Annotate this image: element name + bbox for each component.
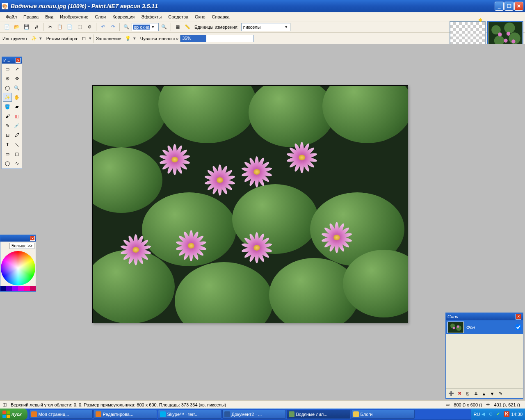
duplicate-layer-icon[interactable]: ⎘ bbox=[464, 390, 471, 397]
tools-titlebar[interactable]: И... ✕ bbox=[2, 57, 22, 64]
rect-tool[interactable]: ▭ bbox=[3, 149, 12, 158]
menu-справка[interactable]: Справка bbox=[209, 14, 233, 20]
layer-visible-checkbox[interactable] bbox=[516, 324, 521, 330]
eraser-tool[interactable]: ◧ bbox=[12, 112, 21, 121]
chevron-down-icon: ▾ bbox=[150, 24, 156, 30]
zoom-out-icon[interactable]: 🔍 bbox=[122, 23, 131, 32]
task-button[interactable]: Блоги bbox=[351, 410, 415, 419]
menu-изображение[interactable]: Изображение bbox=[57, 14, 91, 20]
freeform-tool[interactable]: ∿ bbox=[12, 159, 21, 168]
undo-icon[interactable]: ↶ bbox=[98, 23, 107, 32]
bucket-tool[interactable]: 🪣 bbox=[3, 102, 12, 111]
start-button[interactable]: пуск bbox=[0, 409, 27, 420]
tolerance-slider[interactable]: 35% bbox=[180, 35, 254, 42]
layers-close-icon[interactable]: ✕ bbox=[516, 314, 521, 320]
rounded-rect-tool[interactable]: ▢ bbox=[12, 149, 21, 158]
merge-down-icon[interactable]: ⇊ bbox=[472, 390, 479, 397]
ellipse-tool[interactable]: ◯ bbox=[3, 159, 12, 168]
menu-окно[interactable]: Окно bbox=[192, 14, 209, 20]
crop-icon[interactable]: ⬚ bbox=[75, 23, 84, 32]
selection-mode-icon[interactable]: ◻ bbox=[79, 34, 88, 43]
print-icon[interactable]: 🖨 bbox=[32, 23, 41, 32]
colors-palette[interactable]: ✕ Больше >> bbox=[0, 235, 36, 292]
clone-tool[interactable]: ⊟ bbox=[3, 130, 12, 139]
menu-средства[interactable]: Средства bbox=[165, 14, 192, 20]
tools-palette[interactable]: И... ✕ ▭ ↗ ⊙ ✥ ◯ 🔍 ✨ ✋ 🪣 ▰ 🖌 ◧ ✎ 💉 ⊟ 🖍 T… bbox=[2, 57, 22, 169]
brush-tool[interactable]: 🖌 bbox=[3, 112, 12, 121]
menu-правка[interactable]: Правка bbox=[20, 14, 42, 20]
menu-слои[interactable]: Слои bbox=[91, 14, 109, 20]
magic-wand-tool[interactable]: ✨ bbox=[3, 93, 12, 102]
task-icon bbox=[160, 411, 166, 417]
grid-icon[interactable]: ▦ bbox=[173, 23, 182, 32]
flood-mode-icon[interactable]: 💡 bbox=[123, 34, 132, 43]
zoom-combo[interactable]: ер окна ▾ bbox=[132, 23, 159, 31]
open-icon[interactable]: 📂 bbox=[12, 23, 21, 32]
task-button[interactable]: Водяные лил... bbox=[287, 410, 350, 419]
menu-коррекция[interactable]: Коррекция bbox=[109, 14, 138, 20]
task-button[interactable]: Документ2 - ... bbox=[222, 410, 286, 419]
add-layer-icon[interactable]: ➕ bbox=[447, 390, 455, 397]
move-down-icon[interactable]: ▼ bbox=[488, 390, 496, 397]
tray-icon[interactable]: K bbox=[504, 411, 509, 417]
tray-icon[interactable]: ◀ bbox=[482, 411, 487, 417]
cursor-pos-icon: ✛ bbox=[486, 402, 490, 407]
delete-layer-icon[interactable]: ✖ bbox=[456, 390, 463, 397]
ellipse-select-tool[interactable]: ◯ bbox=[3, 83, 12, 92]
text-tool[interactable]: T bbox=[3, 140, 12, 149]
close-button[interactable]: ✕ bbox=[514, 2, 523, 11]
system-tray[interactable]: RU ◀ ⊙ ✔ K 14:30 bbox=[471, 409, 525, 420]
layer-item[interactable]: Фон bbox=[446, 320, 523, 334]
menu-эффекты[interactable]: Эффекты bbox=[138, 14, 165, 20]
minimize-button[interactable]: _ bbox=[495, 2, 504, 11]
task-button[interactable]: Skype™ - terr... bbox=[158, 410, 221, 419]
pencil-tool[interactable]: ✎ bbox=[3, 121, 12, 130]
line-tool[interactable]: ＼ bbox=[12, 140, 21, 149]
maximize-button[interactable]: ❐ bbox=[504, 2, 514, 11]
task-button[interactable]: Моя страниц... bbox=[29, 410, 93, 419]
color-swatches[interactable] bbox=[0, 286, 36, 291]
ruler-icon[interactable]: 📏 bbox=[183, 23, 192, 32]
gradient-tool[interactable]: ▰ bbox=[12, 102, 21, 111]
move-up-icon[interactable]: ▲ bbox=[480, 390, 488, 397]
save-icon[interactable]: 💾 bbox=[22, 23, 31, 32]
start-label: пуск bbox=[11, 412, 22, 417]
colors-more-button[interactable]: Больше >> bbox=[9, 243, 34, 249]
layers-palette[interactable]: Слои ✕ Фон ➕ ✖ ⎘ ⇊ ▲ ▼ ✎ bbox=[445, 313, 523, 399]
tray-icon[interactable]: ⊙ bbox=[489, 411, 495, 417]
deselect-icon[interactable]: ⊘ bbox=[85, 23, 94, 32]
lang-indicator[interactable]: RU bbox=[474, 412, 480, 417]
task-label: Водяные лил... bbox=[296, 412, 328, 417]
zoom-in-icon[interactable]: 🔍 bbox=[160, 23, 169, 32]
move-selection-tool[interactable]: ↗ bbox=[12, 64, 21, 73]
properties-icon[interactable]: ✎ bbox=[497, 390, 504, 397]
taskbar-tasks: Моя страниц...Редактирова...Skype™ - ter… bbox=[27, 409, 471, 420]
magic-wand-icon[interactable]: ✨ bbox=[30, 34, 39, 43]
zoom-tool[interactable]: 🔍 bbox=[12, 83, 21, 92]
cut-icon[interactable]: ✂ bbox=[46, 23, 55, 32]
recolor-tool[interactable]: 🖍 bbox=[12, 130, 21, 139]
pan-tool[interactable]: ✋ bbox=[12, 93, 21, 102]
task-button[interactable]: Редактирова... bbox=[94, 410, 157, 419]
layers-titlebar[interactable]: Слои ✕ bbox=[446, 313, 523, 320]
tools-close-icon[interactable]: ✕ bbox=[16, 58, 21, 63]
canvas[interactable] bbox=[92, 85, 408, 323]
redo-icon[interactable]: ↷ bbox=[108, 23, 117, 32]
tool-label: Инструмент: bbox=[2, 36, 29, 41]
colors-close-icon[interactable]: ✕ bbox=[30, 236, 35, 241]
lasso-tool[interactable]: ⊙ bbox=[3, 74, 12, 83]
new-icon[interactable]: 📄 bbox=[2, 23, 11, 32]
color-wheel[interactable] bbox=[1, 251, 35, 285]
copy-icon[interactable]: 📋 bbox=[55, 23, 64, 32]
units-combo[interactable]: пикселы ▾ bbox=[241, 23, 290, 31]
rect-select-tool[interactable]: ▭ bbox=[3, 64, 12, 73]
move-tool[interactable]: ✥ bbox=[12, 74, 21, 83]
colors-titlebar[interactable]: ✕ bbox=[0, 235, 36, 242]
menu-файл[interactable]: Файл bbox=[2, 14, 20, 20]
tray-icon[interactable]: ✔ bbox=[496, 411, 502, 417]
picker-tool[interactable]: 💉 bbox=[12, 121, 21, 130]
paste-icon[interactable]: 📄 bbox=[65, 23, 74, 32]
zoom-value: ер окна bbox=[133, 25, 150, 30]
menu-вид[interactable]: Вид bbox=[42, 14, 57, 20]
clock[interactable]: 14:30 bbox=[511, 412, 523, 417]
